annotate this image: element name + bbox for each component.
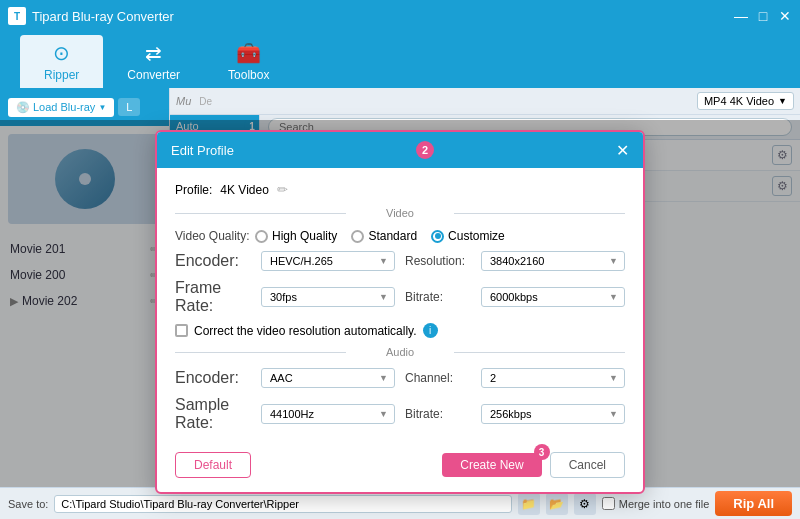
channel-select[interactable]: 2 ▼ (481, 368, 625, 388)
modal-footer: Default Create New 3 Cancel (157, 444, 643, 492)
info-icon[interactable]: i (423, 323, 438, 338)
toolbox-label: Toolbox (228, 68, 269, 82)
framerate-bitrate-row: Frame Rate: 30fps ▼ Bitrate: 6000kbps ▼ (175, 279, 625, 315)
framerate-value: 30fps (270, 291, 297, 303)
auto-correct-checkbox[interactable] (175, 324, 188, 337)
auto-correct-row: Correct the video resolution automatical… (175, 323, 625, 338)
framerate-arrow-icon: ▼ (379, 292, 388, 302)
radio-standard-label: Standard (368, 229, 417, 243)
modal-body: Profile: 4K Video ✏ Video Video Quality:… (157, 168, 643, 444)
framerate-select[interactable]: 30fps ▼ (261, 287, 395, 307)
radio-standard[interactable]: Standard (351, 229, 417, 243)
encoder-value: HEVC/H.265 (270, 255, 333, 267)
resolution-row: Resolution: 3840x2160 ▼ (405, 251, 625, 271)
profile-row: Profile: 4K Video ✏ (175, 182, 625, 197)
encoder-select[interactable]: HEVC/H.265 ▼ (261, 251, 395, 271)
disc-icon: 💿 (16, 101, 30, 114)
open-folder-button[interactable]: 📂 (546, 493, 568, 515)
tab-converter[interactable]: ⇄ Converter (103, 35, 204, 88)
resolution-label: Resolution: (405, 254, 475, 268)
audio-encoder-select[interactable]: AAC ▼ (261, 368, 395, 388)
profile-edit-icon[interactable]: ✏ (277, 182, 288, 197)
profile-value: 4K Video (220, 183, 269, 197)
audio-section-label: Audio (175, 346, 625, 358)
video-quality-row: Video Quality: High Quality Standard (175, 229, 625, 243)
channel-row: Channel: 2 ▼ (405, 368, 625, 388)
framerate-label: Frame Rate: (175, 279, 255, 315)
samplerate-arrow-icon: ▼ (379, 409, 388, 419)
converter-icon: ⇄ (145, 41, 162, 65)
encoder-row: Encoder: HEVC/H.265 ▼ (175, 251, 395, 271)
audio-encoder-value: AAC (270, 372, 293, 384)
merge-check: Merge into one file (602, 497, 710, 510)
modal-title: Edit Profile (171, 143, 234, 158)
resolution-select[interactable]: 3840x2160 ▼ (481, 251, 625, 271)
modal-close-button[interactable]: ✕ (616, 141, 629, 160)
bitrate-arrow-icon: ▼ (609, 292, 618, 302)
load-arrow-icon: ▼ (98, 103, 106, 112)
create-new-wrapper: Create New 3 (442, 452, 541, 478)
radio-customize-label: Customize (448, 229, 505, 243)
audio-encoder-label: Encoder: (175, 369, 255, 387)
app-title: Tipard Blu-ray Converter (32, 9, 734, 24)
cancel-button[interactable]: Cancel (550, 452, 625, 478)
profile-label: Profile: (175, 183, 212, 197)
minimize-button[interactable]: — (734, 9, 748, 23)
bitrate-row: Bitrate: 6000kbps ▼ (405, 279, 625, 315)
load-bluray-button[interactable]: 💿 Load Blu-ray ▼ (8, 98, 114, 117)
modal-header: Edit Profile 2 ✕ (157, 132, 643, 168)
settings-button[interactable]: ⚙ (574, 493, 596, 515)
load-l-button[interactable]: L (118, 98, 140, 116)
close-button[interactable]: ✕ (778, 9, 792, 23)
encoder-label: Encoder: (175, 252, 255, 270)
audio-encoder-channel-row: Encoder: AAC ▼ Channel: 2 ▼ (175, 368, 625, 388)
radio-customize-dot (435, 233, 441, 239)
channel-value: 2 (490, 372, 496, 384)
title-bar: T Tipard Blu-ray Converter — □ ✕ (0, 0, 800, 32)
browse-folder-button[interactable]: 📁 (518, 493, 540, 515)
samplerate-label: Sample Rate: (175, 396, 255, 432)
save-path-input[interactable] (54, 495, 511, 513)
tab-ripper[interactable]: ⊙ Ripper (20, 35, 103, 88)
badge-3: 3 (534, 444, 550, 460)
audio-bitrate-select[interactable]: 256kbps ▼ (481, 404, 625, 424)
encoder-resolution-row: Encoder: HEVC/H.265 ▼ Resolution: 3840x2… (175, 251, 625, 271)
edit-profile-modal: Edit Profile 2 ✕ Profile: 4K Video ✏ Vid… (155, 130, 645, 494)
samplerate-value: 44100Hz (270, 408, 314, 420)
save-to-label: Save to: (8, 498, 48, 510)
toolbar: ⊙ Ripper ⇄ Converter 🧰 Toolbox (0, 32, 800, 88)
resolution-arrow-icon: ▼ (609, 256, 618, 266)
merge-checkbox[interactable] (602, 497, 615, 510)
rip-all-button[interactable]: Rip All (715, 491, 792, 516)
load-label: Load Blu-ray (33, 101, 95, 113)
app-logo: T (8, 7, 26, 25)
create-new-button[interactable]: Create New (442, 453, 541, 477)
audio-encoder-arrow-icon: ▼ (379, 373, 388, 383)
audio-bitrate-arrow-icon: ▼ (609, 409, 618, 419)
maximize-button[interactable]: □ (756, 9, 770, 23)
channel-arrow-icon: ▼ (609, 373, 618, 383)
samplerate-audiobitrate-row: Sample Rate: 44100Hz ▼ Bitrate: 256kbps … (175, 396, 625, 432)
radio-high-quality[interactable]: High Quality (255, 229, 337, 243)
badge-2: 2 (416, 141, 434, 159)
ripper-label: Ripper (44, 68, 79, 82)
bitrate-select[interactable]: 6000kbps ▼ (481, 287, 625, 307)
radio-high-label: High Quality (272, 229, 337, 243)
auto-correct-label: Correct the video resolution automatical… (194, 324, 417, 338)
window-controls: — □ ✕ (734, 9, 792, 23)
samplerate-row: Sample Rate: 44100Hz ▼ (175, 396, 395, 432)
default-button[interactable]: Default (175, 452, 251, 478)
converter-label: Converter (127, 68, 180, 82)
output-format-area: Mu De MP4 4K Video ▼ (170, 88, 800, 115)
load-l-label: L (126, 101, 132, 113)
samplerate-select[interactable]: 44100Hz ▼ (261, 404, 395, 424)
merge-label: Merge into one file (619, 498, 710, 510)
output-format-select[interactable]: MP4 4K Video ▼ (697, 92, 794, 110)
radio-customize[interactable]: Customize (431, 229, 505, 243)
resolution-value: 3840x2160 (490, 255, 544, 267)
mu-label: Mu (176, 95, 191, 107)
tab-toolbox[interactable]: 🧰 Toolbox (204, 35, 293, 88)
radio-customize-icon (431, 230, 444, 243)
radio-standard-icon (351, 230, 364, 243)
video-quality-label: Video Quality: (175, 229, 255, 243)
